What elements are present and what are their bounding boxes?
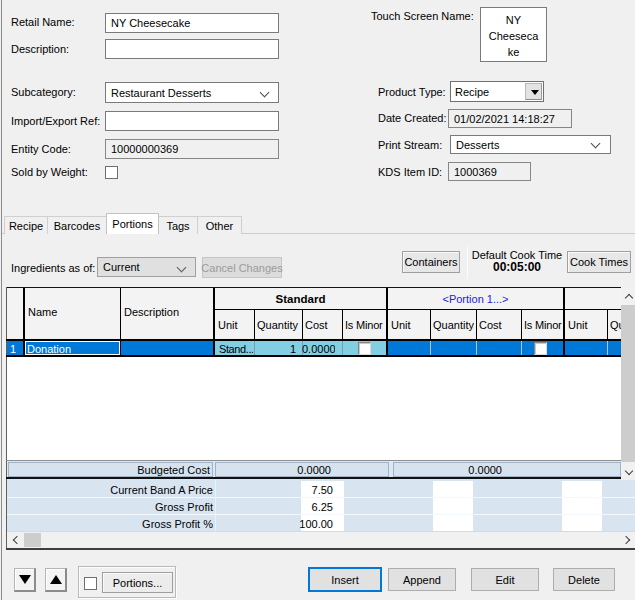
tab-tags[interactable]: Tags [158,216,198,234]
sold-by-weight-checkbox[interactable] [105,166,118,179]
containers-label: Containers [404,256,457,268]
subline-3 [342,309,343,339]
grid-bottom-border [6,548,635,550]
edit-label: Edit [496,574,515,586]
summary-cell-c3 [562,515,602,531]
vscrollbar-thumb[interactable] [621,305,635,462]
touch-screen-name-input[interactable]: NY Cheeseca ke [480,7,547,62]
subline-6 [521,309,522,339]
ingredients-as-of-value: Current [103,261,140,273]
move-up-button[interactable] [45,568,67,592]
window-left-border [1,0,2,600]
summary-value-3: 100.00 [298,518,333,531]
hscrollbar-thumb[interactable] [24,533,41,547]
row-sep-blue-1 [430,341,431,355]
edit-button[interactable]: Edit [471,568,539,591]
row-number[interactable]: 1 [6,343,16,356]
cook-times-button[interactable]: Cook Times [567,251,631,273]
retail-name-label: Retail Name: [11,16,75,29]
import-export-ref-input[interactable] [105,111,279,131]
up-triangle-icon [50,575,62,584]
description-input[interactable] [105,39,279,59]
append-button[interactable]: Append [388,568,456,591]
hscrollbar-track[interactable] [7,532,635,548]
date-created-value: 01/02/2021 14:18:27 [454,113,555,125]
summary-value-1: 7.50 [298,484,333,497]
retail-name-input[interactable]: NY Cheesecake [105,13,279,33]
tab-portions[interactable]: Portions [106,213,159,234]
product-type-value: Recipe [455,86,489,98]
subline-4 [430,309,431,339]
ingredients-grid: Standard <Portion 1...> Name Description… [6,287,635,550]
entity-code-label: Entity Code: [11,143,71,156]
tab-barcodes-label: Barcodes [54,220,100,232]
portions-checkbox[interactable] [84,577,97,590]
col-header-description[interactable]: Description [124,306,210,319]
subline-7 [607,309,608,339]
row-std-quantity-cell[interactable]: 1 [254,343,296,356]
row-sep-pale-3 [342,341,343,355]
col-header-p1-cost[interactable]: Cost [479,319,519,332]
group-sep-1 [213,288,215,357]
row-std-cost-cell[interactable]: 0.0000 [302,343,335,356]
entity-code-value: 10000000369 [111,143,178,155]
chevron-down-icon [260,88,270,98]
col-header-std-cost[interactable]: Cost [305,319,340,332]
row-std-unit-cell[interactable]: Stand... [219,343,253,356]
print-stream-label: Print Stream: [378,139,442,152]
summary-cell-b3 [433,515,473,531]
row-name-cell[interactable]: Donation [27,343,119,356]
delete-label: Delete [568,574,600,586]
move-down-button[interactable] [14,568,36,592]
col-header-p1-quantity[interactable]: Quantity [433,319,474,332]
date-created-input: 01/02/2021 14:18:27 [448,109,572,128]
row-sep-blue-4 [607,341,608,355]
chevron-down-icon [177,263,187,273]
product-type-dropdown-button[interactable] [525,83,542,100]
col-header-std-quantity[interactable]: Quantity [257,319,300,332]
row-p1-isminor-checkbox[interactable] [534,342,547,355]
tab-recipe[interactable]: Recipe [4,216,48,234]
print-stream-dropdown[interactable]: Desserts [450,135,611,154]
group-sep-2 [386,288,388,357]
col-header-name[interactable]: Name [28,306,116,319]
col-header-p1-isminor[interactable]: Is Minor [524,319,566,332]
group-header-portion1[interactable]: <Portion 1...> [388,293,563,306]
summary-label-3: Gross Profit % [7,518,217,531]
col-header-unit2[interactable]: Unit [568,319,605,332]
col-header-std-unit[interactable]: Unit [218,319,252,332]
col-header-std-isminor[interactable]: Is Minor [345,319,386,332]
cancel-changes-button[interactable]: Cancel Changes [202,257,282,278]
product-type-dropdown[interactable]: Recipe [450,81,544,102]
row-sep-blue-3 [521,341,522,355]
row-std-isminor-checkbox[interactable] [358,342,371,355]
summary-label-2: Gross Profit [7,501,217,514]
portions-button[interactable]: Portions... [102,572,173,593]
kds-item-id-input: 1000369 [448,162,531,181]
group-underline [213,309,621,310]
sold-by-weight-label: Sold by Weight: [11,166,88,179]
tab-barcodes[interactable]: Barcodes [47,216,107,234]
touch-screen-name-label: Touch Screen Name: [371,10,474,23]
vline-name-desc [120,288,121,357]
touch-screen-name-line3: ke [481,44,546,60]
tab-recipe-label: Recipe [9,220,43,232]
group-header-standard[interactable]: Standard [215,293,386,306]
subline-5 [476,309,477,339]
delete-button[interactable]: Delete [553,568,615,591]
tab-other[interactable]: Other [197,216,242,234]
cancel-changes-label: Cancel Changes [201,262,282,274]
col-header-p1-unit[interactable]: Unit [391,319,428,332]
ingredients-as-of-dropdown[interactable]: Current [97,257,196,277]
subcategory-dropdown[interactable]: Restaurant Desserts [105,82,279,103]
grid-body-bg [7,357,621,460]
retail-name-value: NY Cheesecake [111,17,190,29]
summary-cell-c1 [562,481,602,497]
insert-button[interactable]: Insert [308,567,382,592]
kds-item-id-value: 1000369 [454,166,497,178]
budgeted-cost-label: Budgeted Cost [8,464,210,477]
tab-portions-label: Portions [112,218,152,230]
description-label: Description: [11,43,69,56]
containers-button[interactable]: Containers [402,251,460,273]
touch-screen-name-line1: NY [481,12,546,28]
